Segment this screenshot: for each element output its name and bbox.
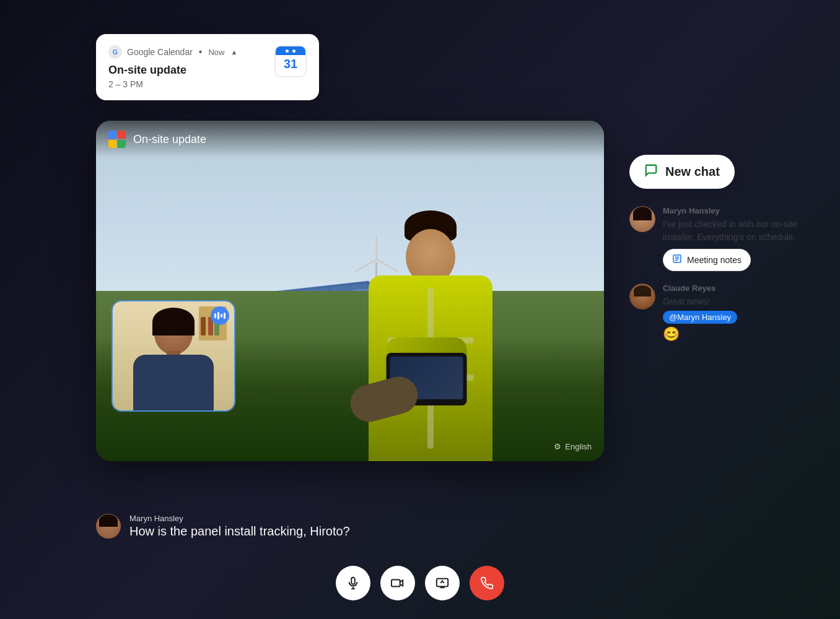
language-indicator[interactable]: ⚙ English (554, 442, 592, 451)
google-calendar-icon: G (108, 45, 122, 59)
cal-time-range: 2 – 3 PM (108, 79, 267, 89)
chat-message-2: Claude Reyes Great news! @Maryn Hansley … (629, 284, 809, 342)
camera-button[interactable] (380, 566, 415, 600)
meet-header: On-site update (96, 121, 604, 158)
svg-rect-6 (437, 579, 448, 587)
svg-text:G: G (113, 48, 118, 56)
subtitle-speaker-name: Maryn Hansley (129, 514, 350, 523)
msg-sender-1: Maryn Hansley (663, 206, 809, 215)
new-chat-button[interactable]: New chat (629, 155, 735, 189)
self-video-thumbnail (112, 300, 235, 412)
chat-message-1: Maryn Hansley I've just checked in with … (629, 206, 809, 271)
cal-icon-box: 31 (274, 45, 307, 77)
cal-app-name: Google Calendar (127, 47, 193, 57)
main-person-video (331, 183, 530, 461)
emoji-reaction: 😊 (663, 326, 809, 342)
chat-panel: New chat Maryn Hansley I've just checked… (629, 155, 809, 355)
cal-time: Now (208, 48, 224, 57)
google-meet-logo (108, 131, 126, 148)
mention-badge[interactable]: @Maryn Hansley (663, 311, 737, 324)
cal-notification-content: G Google Calendar • Now ▲ On-site update… (108, 45, 267, 89)
meet-event-name: On-site update (133, 133, 206, 146)
msg-text-2: Great news! (663, 295, 809, 308)
subtitle-text: How is the panel install tracking, Hirot… (129, 524, 350, 539)
msg-sender-2: Claude Reyes (663, 284, 809, 293)
subtitle-avatar (96, 514, 121, 539)
cal-chevron-icon: ▲ (230, 48, 237, 56)
mic-button[interactable] (336, 566, 370, 600)
meeting-notes-label: Meeting notes (687, 255, 742, 265)
voice-activity-indicator (211, 306, 229, 325)
present-button[interactable] (425, 566, 460, 600)
meeting-notes-badge[interactable]: Meeting notes (663, 249, 751, 271)
msg-text-1: I've just checked in with our on-site in… (663, 218, 809, 244)
settings-icon: ⚙ (554, 442, 561, 451)
call-controls (336, 566, 504, 600)
claude-avatar (629, 284, 655, 310)
cal-event-title: On-site update (108, 64, 267, 77)
language-label: English (565, 442, 592, 451)
chat-bubble-icon (644, 163, 658, 180)
notes-icon (672, 254, 682, 266)
maryn-avatar (629, 206, 655, 232)
svg-rect-2 (351, 578, 355, 584)
cal-day-number: 31 (284, 57, 297, 71)
video-call-container: On-site update ⚙ English (96, 121, 604, 461)
subtitle-bar: Maryn Hansley How is the panel install t… (96, 514, 604, 539)
svg-rect-5 (392, 580, 400, 587)
new-chat-label: New chat (665, 165, 720, 179)
end-call-button[interactable] (470, 566, 504, 600)
calendar-notification[interactable]: G Google Calendar • Now ▲ On-site update… (96, 34, 319, 100)
